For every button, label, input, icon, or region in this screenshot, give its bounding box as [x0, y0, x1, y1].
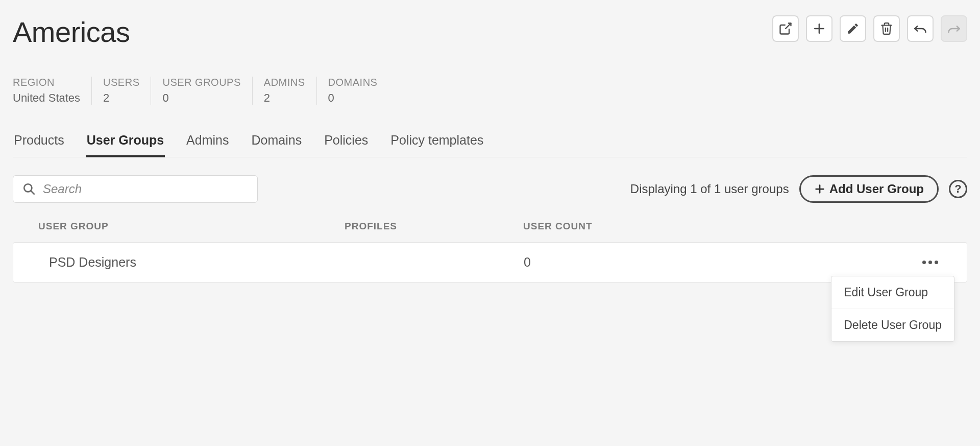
- search-box[interactable]: [13, 175, 258, 203]
- cell-user-group-name: PSD Designers: [39, 255, 345, 270]
- search-icon: [22, 182, 36, 196]
- undo-icon: [913, 21, 927, 36]
- tab-admins[interactable]: Admins: [185, 133, 230, 157]
- plus-icon: [813, 22, 826, 35]
- trash-icon: [880, 22, 893, 35]
- add-user-group-button[interactable]: Add User Group: [799, 175, 939, 203]
- menu-item-edit-user-group[interactable]: Edit User Group: [831, 276, 954, 309]
- tab-products[interactable]: Products: [13, 133, 65, 157]
- display-count-text: Displaying 1 of 1 user groups: [630, 182, 789, 196]
- help-button[interactable]: ?: [949, 180, 967, 198]
- edit-button[interactable]: [840, 15, 866, 42]
- stat-users-value: 2: [103, 91, 139, 105]
- stat-region: REGION United States: [13, 77, 92, 105]
- more-icon: [922, 261, 938, 264]
- stat-admins-value: 2: [264, 91, 305, 105]
- stat-user-groups: USER GROUPS 0: [162, 77, 252, 105]
- tabs: Products User Groups Admins Domains Poli…: [13, 133, 967, 157]
- pencil-icon: [846, 22, 860, 35]
- stat-domains-value: 0: [328, 91, 378, 105]
- column-header-profiles: PROFILES: [345, 221, 523, 232]
- export-button[interactable]: [772, 15, 799, 42]
- column-header-user-group: USER GROUP: [38, 221, 345, 232]
- row-actions-button[interactable]: [919, 257, 941, 267]
- stat-admins-label: ADMINS: [264, 77, 305, 88]
- help-icon: ?: [954, 182, 961, 196]
- user-groups-table: USER GROUP PROFILES USER COUNT PSD Desig…: [13, 221, 967, 283]
- stat-domains: DOMAINS 0: [328, 77, 389, 105]
- add-user-group-label: Add User Group: [829, 182, 924, 196]
- page-title: Americas: [13, 15, 130, 49]
- stat-region-label: REGION: [13, 77, 80, 88]
- export-icon: [778, 21, 793, 36]
- stat-admins: ADMINS 2: [264, 77, 317, 105]
- stat-user-groups-value: 0: [162, 91, 240, 105]
- tab-policies[interactable]: Policies: [323, 133, 369, 157]
- undo-button[interactable]: [907, 15, 934, 42]
- stat-domains-label: DOMAINS: [328, 77, 378, 88]
- tab-domains[interactable]: Domains: [250, 133, 303, 157]
- stat-user-groups-label: USER GROUPS: [162, 77, 240, 88]
- redo-icon: [947, 21, 961, 36]
- tab-policy-templates[interactable]: Policy templates: [389, 133, 484, 157]
- delete-button[interactable]: [873, 15, 900, 42]
- stat-users-label: USERS: [103, 77, 139, 88]
- menu-item-delete-user-group[interactable]: Delete User Group: [831, 309, 954, 341]
- table-row[interactable]: PSD Designers 0: [13, 242, 967, 283]
- redo-button: [941, 15, 967, 42]
- cell-user-count: 0: [524, 255, 626, 270]
- row-actions-menu: Edit User Group Delete User Group: [831, 276, 954, 342]
- column-header-user-count: USER COUNT: [523, 221, 625, 232]
- search-input[interactable]: [43, 182, 248, 196]
- plus-icon: [814, 183, 825, 195]
- svg-line-5: [31, 191, 34, 194]
- stat-users: USERS 2: [103, 77, 151, 105]
- toolbar: [772, 15, 967, 42]
- tab-user-groups[interactable]: User Groups: [86, 133, 165, 157]
- add-button[interactable]: [806, 15, 832, 42]
- stat-region-value: United States: [13, 91, 80, 105]
- stats-row: REGION United States USERS 2 USER GROUPS…: [13, 77, 967, 105]
